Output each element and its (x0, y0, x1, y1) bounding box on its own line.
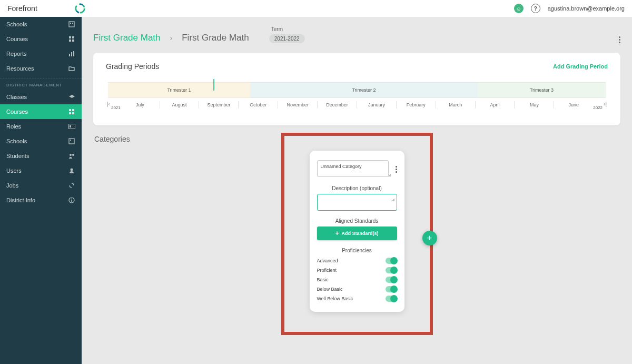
svg-point-22 (71, 169, 73, 171)
id-icon (68, 123, 75, 130)
current-date-marker (213, 79, 214, 91)
svg-rect-10 (71, 52, 72, 56)
sidebar-item-reports[interactable]: Reports (0, 46, 82, 61)
people-icon (68, 152, 75, 160)
sidebar-item-resources[interactable]: Resources (0, 61, 82, 76)
svg-rect-5 (69, 36, 71, 38)
sidebar-item-schools[interactable]: Schools (0, 17, 82, 32)
main-content: First Grade Math › First Grade Math Term… (82, 0, 632, 364)
trimester-2[interactable]: Trimester 2 (250, 82, 478, 98)
sync-icon (68, 182, 75, 189)
sidebar: Schools Courses Reports Resources Distri… (0, 0, 82, 364)
breadcrumb: First Grade Math › First Grade Math Term… (93, 26, 620, 43)
grid-icon (68, 35, 75, 43)
aligned-standards-label: Aligned Standards (317, 218, 397, 224)
add-standards-button[interactable]: + Add Standard(s) (317, 227, 397, 240)
sidebar-item-users[interactable]: Users (0, 163, 82, 178)
timeline-next-icon[interactable]: ›| (603, 101, 608, 112)
chevron-right-icon: › (170, 34, 173, 42)
sidebar-section-label: District Management (0, 78, 82, 90)
svg-rect-3 (70, 23, 71, 24)
svg-rect-14 (69, 112, 71, 114)
term-selector[interactable]: Term 2021-2022 (269, 26, 305, 43)
info-icon (68, 196, 75, 204)
folder-icon (68, 65, 75, 72)
term-label: Term (269, 26, 305, 32)
proficiency-row: Advanced (317, 256, 397, 265)
breadcrumb-current: First Grade Math (182, 33, 249, 43)
category-name-input[interactable] (317, 160, 389, 177)
grading-periods-title: Grading Periods (106, 62, 159, 71)
svg-rect-15 (72, 112, 74, 114)
category-menu-button[interactable] (396, 166, 397, 173)
proficiency-row: Well Below Basic (317, 294, 397, 303)
svg-rect-13 (72, 109, 74, 111)
grading-periods-card: Grading Periods Add Grading Period Trime… (93, 53, 620, 125)
plus-icon: + (335, 230, 339, 237)
bars-icon (68, 50, 75, 57)
sidebar-item-roles[interactable]: Roles (0, 119, 82, 134)
svg-rect-11 (73, 51, 74, 56)
sidebar-item-students[interactable]: Students (0, 149, 82, 163)
proficiency-row: Proficient (317, 265, 397, 275)
help-icon[interactable]: ? (531, 4, 540, 13)
description-label: Description (optional) (317, 185, 397, 191)
brand: Forefront (7, 3, 86, 14)
year-end: 2022 (593, 101, 603, 112)
resize-handle-icon[interactable] (391, 198, 394, 201)
building-icon (68, 21, 75, 28)
category-card: Description (optional) Aligned Standards… (310, 151, 404, 312)
user-avatar-icon[interactable]: ☺ (514, 4, 524, 13)
toggle-proficient[interactable] (386, 267, 397, 273)
add-grading-period-button[interactable]: Add Grading Period (553, 63, 608, 70)
sidebar-item-courses[interactable]: Courses (0, 104, 82, 119)
building-icon (68, 137, 75, 145)
svg-rect-18 (69, 139, 74, 144)
plus-icon: + (427, 233, 432, 243)
svg-rect-4 (72, 23, 73, 24)
timeline: Trimester 1 Trimester 2 Trimester 3 |‹ 2… (106, 82, 608, 112)
svg-rect-6 (72, 36, 74, 38)
toggle-well-below-basic[interactable] (386, 296, 397, 302)
svg-rect-9 (69, 54, 70, 56)
trimester-3[interactable]: Trimester 3 (478, 82, 606, 98)
svg-point-21 (72, 154, 74, 156)
breadcrumb-root[interactable]: First Grade Math (93, 33, 161, 43)
timeline-prev-icon[interactable]: |‹ (106, 101, 111, 112)
svg-rect-24 (71, 200, 72, 202)
sidebar-item-schools-mgmt[interactable]: Schools (0, 134, 82, 149)
sidebar-item-jobs[interactable]: Jobs (0, 178, 82, 193)
term-value: 2021-2022 (269, 34, 305, 43)
sidebar-item-courses-top[interactable]: Courses (0, 32, 82, 46)
toggle-advanced[interactable] (386, 258, 397, 264)
month-labels: July August September October November D… (121, 101, 594, 112)
toggle-below-basic[interactable] (386, 286, 397, 292)
svg-point-25 (71, 199, 72, 200)
highlight-frame: Description (optional) Aligned Standards… (281, 133, 433, 335)
grad-cap-icon (68, 93, 75, 101)
add-category-fab[interactable]: + (422, 231, 437, 245)
user-email[interactable]: agustina.brown@example.org (548, 5, 625, 12)
description-input[interactable] (317, 194, 397, 211)
proficiency-row: Basic (317, 275, 397, 284)
svg-rect-7 (69, 40, 71, 42)
svg-rect-12 (69, 109, 71, 111)
sidebar-item-district-info[interactable]: District Info (0, 193, 82, 208)
year-start: 2021 (111, 101, 121, 112)
svg-rect-19 (70, 140, 71, 141)
svg-point-20 (70, 154, 72, 156)
topbar-right: ☺ ? agustina.brown@example.org (514, 4, 625, 13)
topbar: Forefront ☺ ? agustina.brown@example.org (0, 0, 632, 17)
toggle-basic[interactable] (386, 277, 397, 283)
person-icon (68, 167, 75, 174)
svg-rect-8 (72, 40, 74, 42)
sidebar-item-classes[interactable]: Classes (0, 90, 82, 104)
brand-name: Forefront (7, 4, 37, 13)
svg-rect-17 (70, 125, 71, 127)
trimester-1[interactable]: Trimester 1 (108, 82, 250, 98)
svg-rect-2 (69, 22, 74, 27)
resize-handle-icon[interactable] (388, 173, 391, 176)
proficiencies-label: Proficiencies (317, 248, 397, 253)
grid-icon (68, 108, 75, 115)
page-menu-button[interactable] (619, 36, 620, 43)
